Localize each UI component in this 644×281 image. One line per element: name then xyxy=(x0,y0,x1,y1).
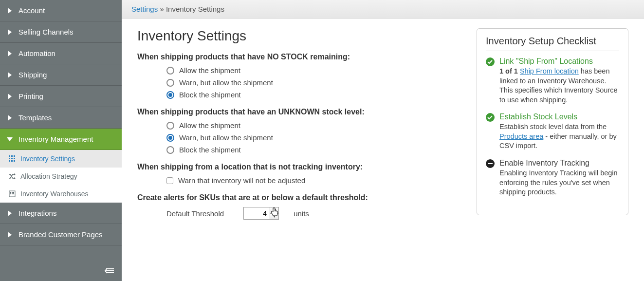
radio-label: Allow the shipment xyxy=(179,121,240,130)
svg-rect-8 xyxy=(14,160,15,162)
checklist-item-title: Enable Inventory Tracking xyxy=(499,159,619,168)
checklist-item-stock-levels: Establish Stock Levels Establish stock l… xyxy=(486,112,619,151)
chevron-down-icon xyxy=(8,136,13,142)
svg-rect-11 xyxy=(12,192,13,193)
radio-no-stock-warn[interactable]: Warn, but allow the shipment xyxy=(166,78,457,87)
checklist-item-body: Establish stock level data from the Prod… xyxy=(499,122,619,151)
sidebar-item-integrations[interactable]: Integrations xyxy=(0,203,122,224)
sidebar-item-label: Printing xyxy=(18,92,43,100)
sidebar-item-inventory-management[interactable]: Inventory Management xyxy=(0,129,122,150)
radio-label: Block the shipment xyxy=(179,91,241,99)
sidebar-item-shipping[interactable]: Shipping xyxy=(0,64,122,86)
sidebar-item-label: Integrations xyxy=(18,209,56,217)
sub-item-label: Allocation Strategy xyxy=(20,172,77,180)
sidebar-item-label: Account xyxy=(18,6,45,15)
svg-rect-5 xyxy=(14,158,15,159)
radio-icon xyxy=(166,134,174,142)
svg-rect-12 xyxy=(13,192,14,193)
radio-no-stock-block[interactable]: Block the shipment xyxy=(166,91,457,99)
svg-rect-19 xyxy=(488,163,493,164)
checkbox-label: Warn that inventory will not be adjusted xyxy=(178,176,305,185)
radio-icon xyxy=(166,91,174,99)
collapse-sidebar-button[interactable] xyxy=(96,262,122,281)
svg-rect-14 xyxy=(12,193,13,194)
threshold-label: Default Threshold xyxy=(166,209,224,218)
checkbox-icon xyxy=(166,177,173,184)
svg-rect-10 xyxy=(10,192,11,193)
breadcrumb-separator: » xyxy=(160,5,164,13)
checklist-item-link-locations: Link "Ship From" Locations 1 of 1 Ship F… xyxy=(486,57,619,105)
checklist-title: Inventory Setup Checklist xyxy=(486,36,619,51)
checklist-item-title: Establish Stock Levels xyxy=(499,112,619,121)
chevron-right-icon xyxy=(8,29,13,35)
chevron-right-icon xyxy=(8,72,13,78)
svg-rect-15 xyxy=(13,193,14,194)
radio-icon xyxy=(166,122,174,130)
sidebar-item-account[interactable]: Account xyxy=(0,0,122,21)
sub-item-label: Inventory Warehouses xyxy=(20,190,89,198)
threshold-units: units xyxy=(294,209,309,218)
checkbox-warn-not-adjusted[interactable]: Warn that inventory will not be adjusted xyxy=(166,176,457,185)
section-head-threshold: Create alerts for SKUs that are at or be… xyxy=(137,193,457,202)
building-icon xyxy=(9,190,16,197)
sidebar-item-label: Inventory Management xyxy=(18,135,93,143)
sidebar-item-printing[interactable]: Printing xyxy=(0,86,122,107)
sidebar: Account Selling Channels Automation Ship… xyxy=(0,0,122,281)
radio-group-no-stock: Allow the shipment Warn, but allow the s… xyxy=(137,66,457,99)
sidebar-item-branded-customer-pages[interactable]: Branded Customer Pages xyxy=(0,224,122,245)
svg-rect-2 xyxy=(14,155,15,157)
check-circle-icon xyxy=(486,57,495,66)
radio-unknown-allow[interactable]: Allow the shipment xyxy=(166,121,457,130)
svg-rect-0 xyxy=(9,155,10,157)
sidebar-item-automation[interactable]: Automation xyxy=(0,43,122,64)
radio-label: Warn, but allow the shipment xyxy=(179,133,273,142)
sidebar-item-label: Selling Channels xyxy=(18,28,74,36)
checkbox-group-not-tracking: Warn that inventory will not be adjusted xyxy=(137,176,457,185)
section-head-unknown: When shipping products that have an UNKN… xyxy=(137,108,457,116)
sidebar-item-templates[interactable]: Templates xyxy=(0,107,122,129)
radio-icon xyxy=(166,79,174,87)
minus-circle-icon xyxy=(486,159,495,168)
page-title: Inventory Settings xyxy=(137,28,457,44)
svg-rect-6 xyxy=(9,160,10,162)
radio-unknown-block[interactable]: Block the shipment xyxy=(166,146,457,154)
shuffle-icon xyxy=(9,173,16,180)
section-head-no-stock: When shipping products that have NO STOC… xyxy=(137,53,457,61)
sidebar-item-label: Templates xyxy=(18,113,52,122)
threshold-spinner[interactable]: ▲ ▼ xyxy=(270,207,279,220)
spinner-up-icon[interactable]: ▲ xyxy=(270,207,278,214)
breadcrumb-root-link[interactable]: Settings xyxy=(131,5,158,13)
radio-no-stock-allow[interactable]: Allow the shipment xyxy=(166,66,457,75)
checklist-panel: Inventory Setup Checklist Link "Ship Fro… xyxy=(477,28,628,215)
sidebar-item-label: Shipping xyxy=(18,71,47,79)
radio-icon xyxy=(166,67,174,75)
sub-item-inventory-settings[interactable]: Inventory Settings xyxy=(0,150,122,168)
sub-item-inventory-warehouses[interactable]: Inventory Warehouses xyxy=(0,185,122,203)
checklist-item-body: 1 of 1 Ship From location has been linke… xyxy=(499,67,619,105)
breadcrumb-current: Inventory Settings xyxy=(166,5,224,13)
sidebar-item-label: Branded Customer Pages xyxy=(18,230,103,239)
svg-rect-1 xyxy=(11,155,13,157)
sidebar-item-selling-channels[interactable]: Selling Channels xyxy=(0,21,122,43)
ship-from-location-link[interactable]: Ship From location xyxy=(520,67,579,75)
spinner-down-icon[interactable]: ▼ xyxy=(270,214,278,220)
radio-unknown-warn[interactable]: Warn, but allow the shipment xyxy=(166,133,457,142)
chevron-right-icon xyxy=(8,8,13,14)
check-circle-icon xyxy=(486,113,495,122)
checklist-item-title: Link "Ship From" Locations xyxy=(499,57,619,66)
breadcrumb: Settings » Inventory Settings xyxy=(122,0,644,19)
radio-label: Allow the shipment xyxy=(179,66,240,75)
radio-label: Block the shipment xyxy=(179,146,241,154)
svg-rect-7 xyxy=(11,160,13,162)
section-head-not-tracking: When shipping from a location that is no… xyxy=(137,163,457,171)
products-area-link[interactable]: Products area xyxy=(499,132,543,140)
main: Settings » Inventory Settings Inventory … xyxy=(122,0,644,281)
svg-rect-4 xyxy=(11,158,13,159)
sidebar-item-label: Automation xyxy=(18,49,55,57)
chevron-right-icon xyxy=(8,115,13,121)
threshold-input[interactable] xyxy=(243,207,270,220)
checklist-item-body: Enabling Inventory Tracking will begin e… xyxy=(499,169,619,197)
sub-item-allocation-strategy[interactable]: Allocation Strategy xyxy=(0,168,122,185)
chevron-right-icon xyxy=(8,94,13,99)
checklist-item-enable-tracking: Enable Inventory Tracking Enabling Inven… xyxy=(486,159,619,197)
